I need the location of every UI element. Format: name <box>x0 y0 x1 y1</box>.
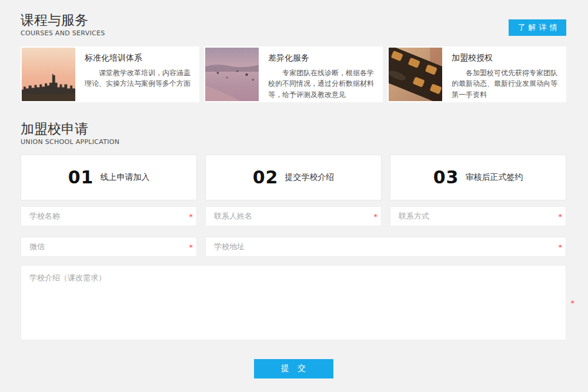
card-description: 课堂教学改革培训，内容涵盖理论、实操方法与案例等多个方面 <box>85 68 192 89</box>
card-title: 差异化服务 <box>268 53 376 63</box>
course-card-franchise-authorization: 加盟校授权 各加盟校可优先获得专家团队的最新动态、最新行业发展动向等第一手资料 <box>387 46 566 102</box>
courses-title: 课程与服务 <box>21 12 105 29</box>
desert-dusk-image <box>205 48 259 101</box>
school-address-field: * <box>205 237 566 257</box>
application-steps-row: 01 线上申请加入 02 提交学校介绍 03 审核后正式签约 <box>21 155 566 200</box>
wechat-field: * <box>21 237 197 257</box>
wechat-input[interactable] <box>21 237 197 257</box>
course-card-differentiated-service: 差异化服务 专家团队在线诊断，根据各学校的不同情况，通过分析数据材料等，给予评测… <box>204 46 383 102</box>
contact-name-field: * <box>205 206 382 226</box>
application-section-header: 加盟校申请 UNION SCHOOL APPLICATION <box>21 120 566 146</box>
step-number: 03 <box>433 167 459 187</box>
required-asterisk: * <box>571 299 575 306</box>
page: 课程与服务 COURSES AND SERVICES 了解详情 <box>0 0 588 392</box>
card-title: 加盟校授权 <box>452 53 559 63</box>
required-asterisk: * <box>374 212 378 220</box>
school-intro-field: * <box>21 265 566 340</box>
course-cards-row: 标准化培训体系 课堂教学改革培训，内容涵盖理论、实操方法与案例等多个方面 <box>21 46 566 102</box>
contact-method-field: * <box>390 206 566 226</box>
school-intro-textarea[interactable] <box>21 265 566 340</box>
courses-section-header: 课程与服务 COURSES AND SERVICES 了解详情 <box>21 12 566 37</box>
step-number: 02 <box>253 167 279 187</box>
contact-name-input[interactable] <box>205 206 382 226</box>
required-asterisk: * <box>189 212 193 220</box>
courses-subtitle: COURSES AND SERVICES <box>21 29 105 37</box>
step-label: 审核后正式签约 <box>465 172 523 183</box>
school-name-input[interactable] <box>21 206 197 226</box>
application-form: * * * * * <box>21 206 566 257</box>
card-description: 专家团队在线诊断，根据各学校的不同情况，通过分析数据材料等，给予评测及教改意见 <box>268 68 376 100</box>
school-address-input[interactable] <box>205 237 566 257</box>
required-asterisk: * <box>189 243 193 250</box>
step-number: 01 <box>68 167 94 187</box>
submit-row: 提交 <box>21 359 566 378</box>
application-title: 加盟校申请 <box>21 120 566 138</box>
step-label: 线上申请加入 <box>100 172 149 183</box>
step-online-apply: 01 线上申请加入 <box>21 155 197 200</box>
course-card-training-system: 标准化培训体系 课堂教学改革培训，内容涵盖理论、实操方法与案例等多个方面 <box>21 46 199 102</box>
step-sign-contract: 03 审核后正式签约 <box>390 155 566 200</box>
school-name-field: * <box>21 206 197 226</box>
card-description: 各加盟校可优先获得专家团队的最新动态、最新行业发展动向等第一手资料 <box>452 68 559 100</box>
card-title: 标准化培训体系 <box>85 53 192 63</box>
learn-more-button[interactable]: 了解详情 <box>509 19 566 36</box>
contact-method-input[interactable] <box>390 206 566 226</box>
city-skyline-sunset-image <box>22 48 75 101</box>
required-asterisk: * <box>559 212 563 220</box>
film-strip-image <box>389 48 442 101</box>
step-submit-intro: 02 提交学校介绍 <box>205 155 382 200</box>
courses-heading: 课程与服务 COURSES AND SERVICES <box>21 12 105 37</box>
application-subtitle: UNION SCHOOL APPLICATION <box>21 138 566 146</box>
step-label: 提交学校介绍 <box>285 172 334 183</box>
required-asterisk: * <box>559 243 563 250</box>
submit-button[interactable]: 提交 <box>254 359 333 378</box>
